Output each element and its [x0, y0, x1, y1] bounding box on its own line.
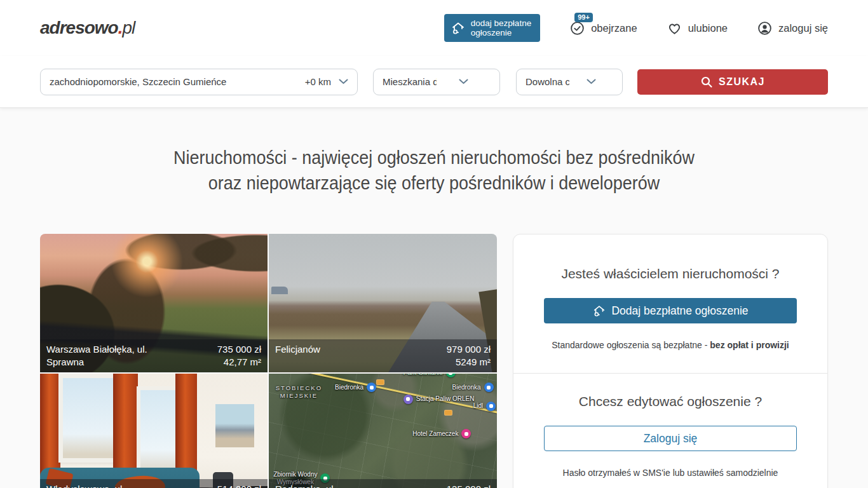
- map-pin-park: [446, 374, 456, 377]
- listing-numbers: 735 000 zł 42,77 m²: [217, 343, 261, 369]
- category-value: Mieszkania do wynajęcia: [383, 76, 437, 87]
- search-button[interactable]: SZUKAJ: [637, 69, 828, 95]
- favorites-link[interactable]: ulubione: [667, 20, 728, 36]
- logo-brand: adresowo: [40, 18, 118, 37]
- chevron-down-icon: [569, 79, 613, 85]
- chevron-down-icon: [437, 79, 491, 85]
- login-button[interactable]: Zaloguj się: [544, 426, 797, 451]
- house-plus-icon: [592, 304, 606, 318]
- listing-caption: Władysławowo, ul. 514 000 zł: [40, 479, 268, 488]
- edit-note: Hasło otrzymałeś w SMS'ie lub ustawiłeś …: [544, 468, 797, 478]
- header-actions: dodaj bezpłatne ogłoszenie 99+ obejrzane…: [444, 14, 828, 42]
- add-free-listing-button[interactable]: Dodaj bezpłatne ogłoszenie: [544, 298, 797, 323]
- login-label: zaloguj się: [778, 22, 828, 34]
- listing-numbers: 135 000 zł: [447, 483, 491, 488]
- heart-icon: [667, 20, 682, 36]
- listing-area: 5249 m²: [447, 356, 491, 369]
- map-poi: Biedronka: [452, 383, 494, 392]
- map-poi: Hotel Zameczek: [412, 429, 471, 438]
- search-button-label: SZUKAJ: [719, 76, 765, 88]
- map-pin-hotel: [461, 429, 471, 438]
- panel-divider: [513, 373, 827, 374]
- map-pin-store: [486, 402, 496, 411]
- listing-photo-satellite-map: STOBIECKO MIEJSKIE Biedronka Park Glinia…: [269, 374, 497, 488]
- listing-price: 135 000 zł: [447, 483, 491, 488]
- login-link[interactable]: zaloguj się: [757, 20, 828, 36]
- price-value: Dowolna cena: [526, 76, 569, 87]
- house-plus-icon: [451, 20, 466, 36]
- map-poi: Biedronka: [335, 383, 376, 392]
- listing-location: Radomsko, ul.: [275, 483, 336, 488]
- login-button-label: Zaloguj się: [644, 432, 698, 445]
- check-circle-icon: [569, 20, 585, 36]
- viewed-label: obejrzane: [591, 22, 637, 34]
- listing-area: 42,77 m²: [217, 356, 261, 369]
- search-icon: [700, 76, 713, 88]
- listing-location: Warszawa Białołęka, ul. Sprawna: [46, 343, 177, 369]
- listing-caption: Radomsko, ul. 135 000 zł: [269, 479, 497, 488]
- logo-tld: pl: [122, 18, 135, 37]
- search-bar: zachodniopomorskie, Szczecin Gumieńce +0…: [0, 56, 868, 108]
- map-poi: Park Glinianki: [403, 374, 456, 377]
- listing-location: Felicjanów: [275, 343, 320, 356]
- listing-card[interactable]: Felicjanów 979 000 zł 5249 m²: [269, 234, 497, 372]
- listing-photo-apartment-interior: [40, 374, 268, 488]
- price-select[interactable]: Dowolna cena: [516, 69, 623, 95]
- listings-grid: Warszawa Białołęka, ul. Sprawna 735 000 …: [40, 234, 497, 488]
- viewed-link[interactable]: 99+ obejrzane: [569, 20, 637, 36]
- owner-heading: Jesteś właścicielem nieruchomości ?: [544, 266, 797, 281]
- radius-value: +0 km: [305, 76, 331, 87]
- map-pin-store: [484, 383, 494, 392]
- location-input[interactable]: zachodniopomorskie, Szczecin Gumieńce +0…: [40, 69, 358, 95]
- listing-caption: Warszawa Białołęka, ul. Sprawna 735 000 …: [40, 339, 268, 372]
- add-listing-button[interactable]: dodaj bezpłatne ogłoszenie: [444, 14, 540, 42]
- listing-location: Władysławowo, ul.: [46, 483, 125, 488]
- map-area-label: STOBIECKO MIEJSKIE: [276, 384, 322, 400]
- listing-card[interactable]: STOBIECKO MIEJSKIE Biedronka Park Glinia…: [269, 374, 497, 488]
- page-title: Nieruchomości - najwięcej ogłoszeń nieru…: [31, 145, 837, 196]
- favorites-label: ulubione: [688, 22, 728, 34]
- category-select[interactable]: Mieszkania do wynajęcia: [373, 69, 500, 95]
- location-value: zachodniopomorskie, Szczecin Gumieńce: [50, 76, 305, 87]
- map-poi: Stacja Paliw ORLEN: [403, 395, 475, 404]
- listing-price: 735 000 zł: [217, 343, 261, 356]
- top-header: adresowo.pl dodaj bezpłatne ogłoszenie 9…: [0, 0, 868, 56]
- listing-card[interactable]: Władysławowo, ul. 514 000 zł: [40, 374, 268, 488]
- map-pin-store: [367, 383, 376, 392]
- user-icon: [757, 20, 773, 36]
- viewed-count-badge: 99+: [574, 13, 593, 22]
- edit-heading: Chcesz edytować ogłoszenie ?: [544, 394, 797, 409]
- listing-numbers: 514 000 zł: [217, 483, 261, 488]
- listing-caption: Felicjanów 979 000 zł 5249 m²: [269, 339, 497, 372]
- site-logo[interactable]: adresowo.pl: [40, 18, 135, 38]
- add-free-listing-label: Dodaj bezpłatne ogłoszenie: [611, 304, 748, 318]
- listing-numbers: 979 000 zł 5249 m²: [447, 343, 491, 369]
- map-poi: Lidl: [473, 402, 496, 411]
- listing-card[interactable]: Warszawa Białołęka, ul. Sprawna 735 000 …: [40, 234, 268, 372]
- add-listing-label: dodaj bezpłatne ogłoszenie: [471, 18, 531, 37]
- chevron-down-icon: [339, 79, 348, 85]
- listing-price: 514 000 zł: [217, 483, 261, 488]
- main-content: Nieruchomości - najwięcej ogłoszeń nieru…: [0, 108, 868, 488]
- listing-price: 979 000 zł: [447, 343, 491, 356]
- owner-panel: Jesteś właścicielem nieruchomości ? Doda…: [513, 234, 828, 488]
- map-pin-fuel: [403, 395, 413, 404]
- owner-note: Standardowe ogłoszenia są bezpłatne - be…: [544, 340, 797, 350]
